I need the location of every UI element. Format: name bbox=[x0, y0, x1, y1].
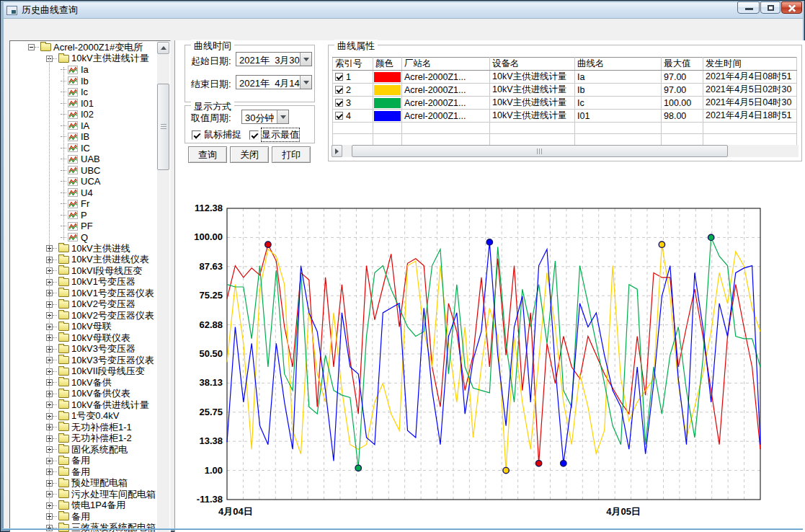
column-header[interactable]: 颜色 bbox=[373, 58, 402, 71]
start-date-select[interactable]: 2021年 3月30 bbox=[236, 52, 312, 66]
tree-item[interactable]: P bbox=[11, 210, 157, 221]
tree-item[interactable]: 10kV1号变压器 bbox=[11, 277, 157, 288]
tree-item[interactable]: 备用 bbox=[11, 511, 157, 523]
tree-item[interactable]: 备用 bbox=[11, 456, 157, 467]
history-curve-chart[interactable]: 112.38100.0087.6375.2562.8850.5038.1325.… bbox=[177, 167, 805, 531]
minimize-button[interactable] bbox=[737, 1, 760, 14]
tree-item[interactable]: 三效蒸发系统配电箱 bbox=[11, 523, 157, 532]
column-header[interactable]: 设备名 bbox=[490, 58, 575, 71]
tree-item[interactable]: Acrel-2000Z1#变电所 bbox=[11, 42, 157, 53]
dropdown-button[interactable] bbox=[277, 110, 288, 123]
restore-button[interactable] bbox=[760, 1, 780, 14]
tree-item[interactable]: Q bbox=[11, 232, 157, 244]
tree-item-label: Ic bbox=[81, 87, 88, 97]
tree-item[interactable]: 10kV2号变压器仪表 bbox=[11, 310, 157, 322]
tree-item[interactable]: 10kVII段母线压变 bbox=[11, 366, 157, 378]
tree-item[interactable]: 10kV3号变压器 bbox=[11, 344, 157, 355]
tree-item[interactable]: Ib bbox=[11, 76, 157, 87]
tree-item[interactable]: I01 bbox=[11, 98, 157, 110]
tree-connector bbox=[53, 337, 57, 338]
tree-item[interactable]: 污水处理车间配电箱 bbox=[11, 489, 157, 500]
table-row[interactable]: 3Acrel-2000Z1...10kV主供进线计量Ic100.002021年4… bbox=[333, 97, 797, 110]
tree-item[interactable]: 预处理配电箱 bbox=[11, 478, 157, 489]
column-header[interactable]: 最大值 bbox=[662, 58, 703, 71]
tree-item[interactable]: IA bbox=[11, 120, 157, 132]
collapse-icon[interactable] bbox=[28, 44, 35, 50]
table-row[interactable]: 2Acrel-2000Z1...10kV主供进线计量Ib97.002021年4月… bbox=[333, 84, 797, 97]
column-header[interactable]: 索引号 bbox=[333, 58, 373, 71]
close-dialog-button[interactable]: 关闭 bbox=[230, 146, 269, 163]
tree-item[interactable]: 10kV母联 bbox=[11, 322, 157, 333]
tree-item[interactable]: UBC bbox=[11, 165, 157, 177]
folder-icon bbox=[58, 345, 69, 353]
tree-item[interactable]: 无功补偿柜1-2 bbox=[11, 433, 157, 445]
tree-item[interactable]: UAB bbox=[11, 154, 157, 165]
tree-item[interactable]: PF bbox=[11, 221, 157, 232]
tree-item[interactable]: 固化系统配电 bbox=[11, 444, 157, 456]
end-date-select[interactable]: 2021年 4月14 bbox=[236, 75, 312, 89]
tree-item-label: Q bbox=[81, 232, 88, 243]
tree-item[interactable]: 10kV母联仪表 bbox=[11, 332, 157, 344]
show-extremes-checkbox[interactable]: 显示最值 bbox=[249, 128, 299, 141]
tree-vertical-scrollbar[interactable] bbox=[157, 42, 169, 532]
tree-item[interactable]: UCA bbox=[11, 176, 157, 187]
tree-item[interactable]: 10kV主供进线仪表 bbox=[11, 254, 157, 266]
scroll-up-button[interactable] bbox=[157, 42, 169, 54]
tree-item[interactable]: 备用 bbox=[11, 466, 157, 478]
checkbox-checked-icon[interactable] bbox=[192, 130, 201, 140]
tree-item-label: UAB bbox=[81, 154, 100, 164]
folder-icon bbox=[58, 412, 69, 420]
folder-icon bbox=[58, 524, 69, 532]
tree-item[interactable]: Ia bbox=[11, 64, 157, 76]
print-button[interactable]: 打印 bbox=[272, 146, 311, 163]
folder-icon bbox=[58, 468, 69, 476]
tree-item[interactable]: 10kV备供 bbox=[11, 377, 157, 389]
tree-item[interactable]: 10kV主供进线计量 bbox=[11, 53, 157, 65]
table-horizontal-scrollbar[interactable] bbox=[332, 145, 799, 157]
tree-item[interactable]: IC bbox=[11, 143, 157, 154]
table-row[interactable]: 4Acrel-2000Z1...10kV主供进线计量I0198.002021年4… bbox=[333, 110, 797, 123]
tree-item[interactable]: 10kV备供进线计量 bbox=[11, 399, 157, 411]
column-header[interactable]: 厂站名 bbox=[402, 58, 490, 71]
tree-item[interactable]: I02 bbox=[11, 109, 157, 120]
tree-item[interactable]: 10kV主供进线 bbox=[11, 243, 157, 254]
row-checkbox[interactable] bbox=[335, 73, 343, 81]
dropdown-button[interactable] bbox=[300, 53, 311, 66]
tree-item[interactable]: 10kV2号变压器 bbox=[11, 299, 157, 311]
mouse-capture-checkbox[interactable]: 鼠标捕捉 bbox=[192, 128, 241, 141]
row-checkbox[interactable] bbox=[335, 86, 343, 94]
column-header[interactable]: 发生时间 bbox=[703, 58, 797, 71]
tree-item[interactable]: 10kV1号变压器仪表 bbox=[11, 288, 157, 299]
time-cell: 2021年4月5日04时30 bbox=[703, 97, 797, 110]
tree-connector bbox=[53, 315, 57, 316]
query-button[interactable]: 查询 bbox=[188, 146, 227, 163]
row-index: 4 bbox=[346, 111, 351, 121]
tree-item[interactable]: Ic bbox=[11, 87, 157, 98]
table-row[interactable]: 1Acrel-2000Z1...10kV主供进线计量Ia97.002021年4月… bbox=[333, 71, 797, 84]
row-checkbox[interactable] bbox=[335, 99, 343, 107]
close-button[interactable] bbox=[781, 1, 802, 14]
svg-text:4月04日: 4月04日 bbox=[218, 506, 253, 517]
row-index: 1 bbox=[346, 72, 351, 82]
scroll-right-button[interactable] bbox=[332, 145, 342, 157]
scrollbar-thumb[interactable] bbox=[352, 145, 728, 157]
tree-item[interactable]: 1号变0.4kV bbox=[11, 411, 157, 422]
tree-item[interactable]: 无功补偿柜1-1 bbox=[11, 422, 157, 433]
tree-connector bbox=[53, 371, 57, 372]
checkbox-checked-icon[interactable] bbox=[249, 130, 259, 140]
tree-item[interactable]: 10kV3号变压器仪表 bbox=[11, 355, 157, 366]
scrollbar-thumb[interactable] bbox=[157, 84, 169, 170]
row-checkbox[interactable] bbox=[335, 112, 343, 120]
dropdown-button[interactable] bbox=[300, 76, 311, 89]
curve-icon bbox=[68, 133, 78, 141]
column-header[interactable]: 曲线名 bbox=[575, 58, 662, 71]
tree-item[interactable]: 10kV备供仪表 bbox=[11, 389, 157, 400]
tree-item[interactable]: Fr bbox=[11, 198, 157, 210]
curve-icon bbox=[68, 88, 78, 97]
tree-item[interactable]: IB bbox=[11, 131, 157, 143]
tree-item[interactable]: 10kVI段母线压变 bbox=[11, 265, 157, 277]
tree-item[interactable]: U4 bbox=[11, 187, 157, 199]
tree-item[interactable]: 馈电1P4备用 bbox=[11, 500, 157, 512]
period-select[interactable]: 30分钟 bbox=[241, 110, 289, 124]
thumb-grip-icon bbox=[537, 148, 538, 154]
